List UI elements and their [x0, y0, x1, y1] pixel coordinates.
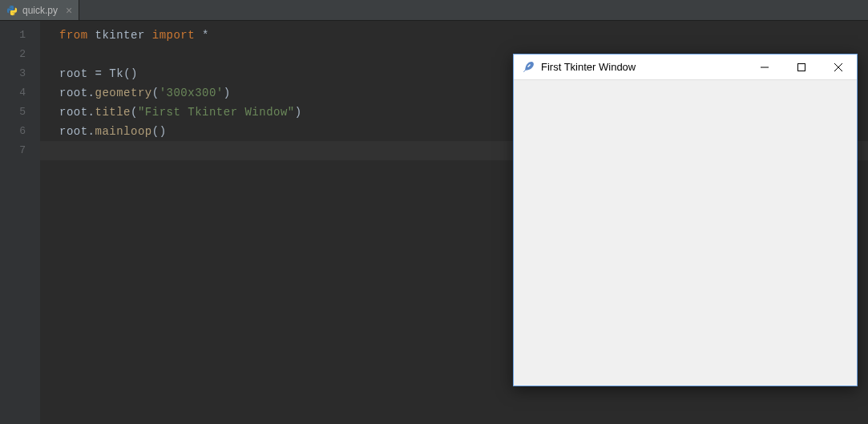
window-controls: [746, 55, 857, 79]
minimize-button[interactable]: [746, 55, 783, 80]
line-number: 4: [0, 83, 40, 103]
tkinter-window-body: [514, 80, 857, 386]
maximize-button[interactable]: [783, 55, 820, 80]
line-number: 6: [0, 122, 40, 141]
tkinter-app-window[interactable]: First Tkinter Window: [513, 54, 858, 386]
line-number: 3: [0, 64, 40, 83]
tab-bar: quick.py ×: [0, 0, 868, 21]
tab-filename: quick.py: [22, 5, 58, 16]
line-number: 5: [0, 103, 40, 122]
window-titlebar[interactable]: First Tkinter Window: [514, 55, 857, 80]
code-line: from tkinter import *: [59, 26, 868, 45]
line-number: 1: [0, 26, 40, 45]
close-button[interactable]: [820, 55, 857, 80]
tk-feather-icon: [522, 61, 535, 74]
line-number-gutter: 1 2 3 4 5 6 7: [0, 21, 40, 424]
line-number: 2: [0, 45, 40, 64]
window-title: First Tkinter Window: [541, 61, 746, 73]
file-tab[interactable]: quick.py ×: [0, 0, 79, 20]
line-number: 7: [0, 141, 40, 160]
svg-rect-0: [798, 64, 805, 71]
close-tab-icon[interactable]: ×: [66, 4, 72, 17]
python-file-icon: [6, 5, 18, 16]
